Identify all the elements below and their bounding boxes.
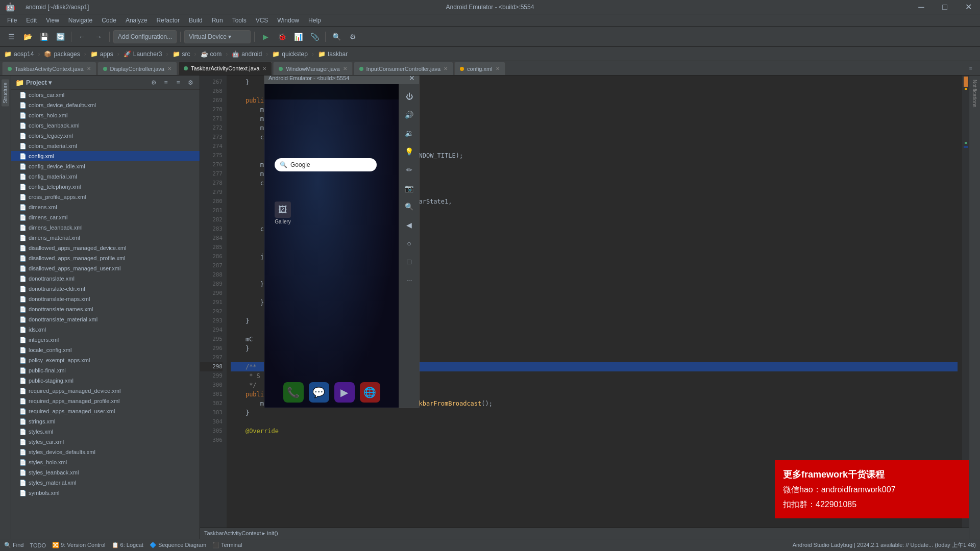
tab-close-icon[interactable]: ✕ — [262, 66, 266, 71]
menu-item-view[interactable]: View — [42, 16, 63, 25]
tree-item[interactable]: 📄dimens_material.xml — [11, 233, 200, 243]
tree-item[interactable]: 📄disallowed_apps_managed_profile.xml — [11, 253, 200, 263]
tree-item[interactable]: 📄styles.xml — [11, 427, 200, 437]
emu-back-btn[interactable]: ◀ — [402, 218, 416, 232]
tree-item[interactable]: 📄strings.xml — [11, 416, 200, 427]
tree-item[interactable]: 📄donottranslate-maps.xml — [11, 294, 200, 304]
menu-item-window[interactable]: Window — [273, 16, 303, 25]
tree-item[interactable]: 📄donottranslate_material.xml — [11, 314, 200, 324]
tree-item[interactable]: 📄colors_leanback.xml — [11, 120, 200, 131]
dock-phone-icon[interactable]: 📞 — [283, 382, 304, 403]
emu-zoom-btn[interactable]: 🔍 — [402, 199, 416, 214]
tree-item[interactable]: 📄dimens.xml — [11, 202, 200, 212]
close-button[interactable]: ✕ — [957, 0, 980, 14]
tree-item[interactable]: 📄required_apps_managed_user.xml — [11, 406, 200, 416]
tree-item[interactable]: 📄styles_material.xml — [11, 478, 200, 488]
toolbar-back[interactable]: ← — [75, 30, 89, 44]
status-terminal[interactable]: ⬛ Terminal — [212, 542, 242, 548]
profile-button[interactable]: 📊 — [291, 30, 305, 44]
tab-taskbar-activity-2[interactable]: TaskbarActivityContext.java ✕ — [178, 62, 273, 75]
tab-close-icon[interactable]: ✕ — [87, 66, 91, 71]
tree-item[interactable]: 📄colors_car.xml — [11, 90, 200, 100]
attach-button[interactable]: 📎 — [307, 30, 322, 44]
tree-item[interactable]: 📄symbols.xml — [11, 488, 200, 498]
search-everywhere-button[interactable]: 🔍 — [329, 30, 344, 44]
tree-item[interactable]: 📄styles_holo.xml — [11, 457, 200, 467]
bookmark-packages[interactable]: 📦 packages — [44, 51, 80, 58]
toolbar-open[interactable]: 📂 — [20, 30, 35, 44]
tree-item[interactable]: 📄config_device_idle.xml — [11, 161, 200, 171]
emu-home-btn[interactable]: ○ — [402, 236, 416, 251]
tree-item[interactable]: 📄ids.xml — [11, 324, 200, 335]
emulator-gallery-icon-container[interactable]: 🖼 Gallery — [275, 202, 291, 224]
tab-list-button[interactable]: ≡ — [964, 61, 978, 75]
emu-vol-down-btn[interactable]: 🔉 — [402, 126, 416, 140]
status-find[interactable]: 🔍 Find — [4, 542, 23, 548]
sidebar-expand-icon[interactable]: ≡ — [161, 78, 171, 88]
status-todo[interactable]: TODO — [30, 542, 46, 548]
dock-chrome-icon[interactable]: 🌐 — [360, 382, 380, 403]
tree-item[interactable]: 📄colors_device_defaults.xml — [11, 100, 200, 110]
bookmark-launcher3[interactable]: 🚀 Launcher3 — [124, 51, 162, 58]
tab-input-consumer[interactable]: InputConsumerController.java ✕ — [354, 62, 454, 75]
bookmark-taskbar[interactable]: 📁 taskbar — [318, 51, 348, 58]
tree-item[interactable]: 📄public-final.xml — [11, 365, 200, 375]
emulator-search-bar[interactable]: 🔍 Google — [275, 158, 377, 171]
dock-messages-icon[interactable]: 💬 — [309, 382, 329, 403]
menu-item-run[interactable]: Run — [208, 16, 227, 25]
bookmark-src[interactable]: 📁 src — [173, 51, 190, 58]
tree-item[interactable]: 📄cross_profile_apps.xml — [11, 192, 200, 202]
restore-button[interactable]: □ — [933, 0, 957, 14]
tab-taskbar-activity-1[interactable]: TaskbarActivityContext.java ✕ — [2, 62, 96, 75]
tab-window-manager[interactable]: WindowManager.java ✕ — [273, 62, 352, 75]
right-panel-notifications[interactable]: Notifications — [971, 78, 978, 109]
menu-item-build[interactable]: Build — [185, 16, 207, 25]
menu-item-tools[interactable]: Tools — [228, 16, 251, 25]
tree-item[interactable]: 📄disallowed_apps_managed_user.xml — [11, 263, 200, 273]
tree-item[interactable]: 📄dimens_car.xml — [11, 212, 200, 222]
tree-item[interactable]: 📄dimens_leanback.xml — [11, 222, 200, 233]
emu-recents-btn[interactable]: □ — [402, 255, 416, 269]
tree-item[interactable]: 📄public-staging.xml — [11, 375, 200, 386]
minimize-button[interactable]: ─ — [910, 0, 933, 14]
sidebar-settings-icon[interactable]: ⚙ — [185, 78, 195, 88]
tree-item[interactable]: 📄required_apps_managed_device.xml — [11, 386, 200, 396]
sidebar-collapse-icon[interactable]: ≡ — [173, 78, 183, 88]
status-logcat[interactable]: 📋 6: Logcat — [112, 542, 143, 548]
run-button[interactable]: ▶ — [258, 30, 273, 44]
menu-item-file[interactable]: File — [3, 16, 21, 25]
tree-item[interactable]: 📄colors_holo.xml — [11, 110, 200, 120]
sidebar-config-icon[interactable]: ⚙ — [149, 78, 159, 88]
tree-item[interactable]: 📄policy_exempt_apps.xml — [11, 355, 200, 365]
toolbar-hamburger[interactable]: ☰ — [4, 30, 18, 44]
toolbar-save[interactable]: 💾 — [37, 30, 51, 44]
tab-display-controller[interactable]: DisplayController.java ✕ — [97, 62, 177, 75]
emu-edit-btn[interactable]: ✏ — [402, 163, 416, 177]
menu-item-navigate[interactable]: Navigate — [64, 16, 96, 25]
emu-brightness-btn[interactable]: 💡 — [402, 144, 416, 159]
status-version-control[interactable]: 🔀 9: Version Control — [52, 542, 106, 548]
tree-item[interactable]: 📄donottranslate.xml — [11, 273, 200, 284]
menu-item-vcs[interactable]: VCS — [252, 16, 273, 25]
tree-item[interactable]: 📄integers.xml — [11, 335, 200, 345]
debug-button[interactable]: 🐞 — [275, 30, 289, 44]
vtab-structure[interactable]: Structure — [2, 80, 9, 107]
emu-vol-up-btn[interactable]: 🔊 — [402, 108, 416, 122]
tree-item[interactable]: 📄colors_material.xml — [11, 141, 200, 151]
tab-close-icon[interactable]: ✕ — [496, 66, 500, 71]
tree-item[interactable]: 📄disallowed_apps_managed_device.xml — [11, 243, 200, 253]
emulator-window[interactable]: Android Emulator - <build>:5554 ✕ 🔍 Goog… — [264, 76, 420, 408]
tree-item[interactable]: 📄colors_legacy.xml — [11, 131, 200, 141]
emu-camera-btn[interactable]: 📷 — [402, 181, 416, 195]
virtual-device-dropdown[interactable]: Virtual Device ▾ — [184, 30, 251, 43]
bookmark-quickstep[interactable]: 📁 quickstep — [272, 51, 308, 58]
menu-item-code[interactable]: Code — [97, 16, 120, 25]
sidebar-title[interactable]: Project ▾ — [26, 79, 52, 86]
tree-item[interactable]: 📄styles_device_defaults.xml — [11, 447, 200, 457]
add-config-dropdown[interactable]: Add Configuration... — [113, 30, 177, 43]
tree-item[interactable]: 📄styles_car.xml — [11, 437, 200, 447]
tree-item[interactable]: 📄config_telephony.xml — [11, 182, 200, 192]
emu-power-btn[interactable]: ⏻ — [402, 89, 416, 104]
tree-item[interactable]: 📄donottranslate-cldr.xml — [11, 284, 200, 294]
tree-item[interactable]: 📄locale_config.xml — [11, 345, 200, 355]
